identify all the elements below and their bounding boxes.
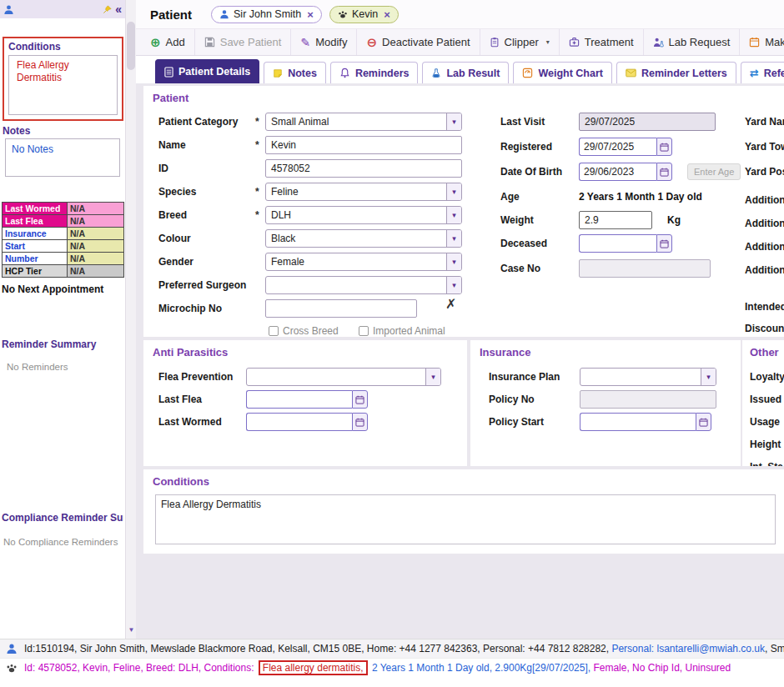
cross-breed-label: Cross Breed bbox=[283, 325, 339, 337]
last-wormed-date-field[interactable] bbox=[246, 413, 368, 431]
scrollbar-thumb[interactable] bbox=[127, 22, 135, 70]
tab-lab-result[interactable]: Lab Result bbox=[422, 62, 509, 83]
imported-animal-checkbox[interactable]: Imported Animal bbox=[359, 325, 445, 337]
modify-button[interactable]: ✎ Modify bbox=[291, 29, 357, 55]
lab-request-button[interactable]: Lab Request bbox=[644, 29, 741, 55]
colour-select[interactable]: Black ▾ bbox=[265, 229, 462, 248]
table-row: Number N/A bbox=[3, 253, 124, 265]
close-icon[interactable]: × bbox=[307, 8, 314, 21]
chevron-down-icon[interactable]: ▾ bbox=[446, 277, 461, 293]
cross-breed-checkbox[interactable]: Cross Breed bbox=[269, 325, 339, 337]
discount-label: Discount bbox=[745, 319, 784, 337]
status-segment-email[interactable]: Personal: lsantarelli@mwiah.co.uk bbox=[611, 643, 765, 654]
calendar-button[interactable] bbox=[656, 138, 672, 156]
tab-reminders[interactable]: Reminders bbox=[330, 62, 419, 83]
save-patient-button[interactable]: Save Patient bbox=[195, 29, 292, 55]
tab-label: Lab Result bbox=[446, 68, 500, 79]
gender-select[interactable]: Female ▾ bbox=[265, 253, 462, 271]
tab-label: Weight Chart bbox=[538, 68, 603, 79]
registered-label: Registered bbox=[500, 138, 552, 156]
modify-label: Modify bbox=[315, 36, 347, 48]
chevron-down-icon[interactable]: ▾ bbox=[446, 253, 461, 270]
referral-arrows-icon: ⇄ bbox=[750, 68, 759, 78]
page-title: Patient bbox=[150, 8, 192, 22]
species-select[interactable]: Feline ▾ bbox=[265, 183, 462, 201]
pin-icon[interactable] bbox=[103, 5, 112, 14]
status-segment: Female, No Chip Id, Uninsured bbox=[591, 662, 731, 674]
owner-status-bar: Id:1510194, Sir John Smith, Mewslade Bla… bbox=[0, 639, 784, 658]
required-marker: * bbox=[255, 136, 259, 154]
last-flea-label: Last Flea bbox=[158, 390, 202, 409]
weight-field[interactable]: 2.9 bbox=[579, 211, 652, 229]
usage-label: Usage bbox=[750, 413, 780, 431]
policy-start-value bbox=[580, 413, 696, 431]
clipper-button[interactable]: Clipper ▾ bbox=[480, 29, 560, 55]
imported-animal-label: Imported Animal bbox=[373, 325, 445, 337]
weight-label: Weight bbox=[500, 211, 534, 229]
calendar-button[interactable] bbox=[656, 234, 672, 253]
name-field[interactable]: Kevin bbox=[265, 136, 462, 154]
client-tag[interactable]: Sir John Smith × bbox=[211, 6, 322, 23]
chevron-down-icon[interactable]: ▾ bbox=[446, 207, 461, 223]
collapse-sidebar-icon[interactable]: « bbox=[115, 3, 122, 15]
tab-notes[interactable]: Notes bbox=[264, 62, 326, 83]
last-visit-label: Last Visit bbox=[500, 113, 545, 131]
tab-weight-chart[interactable]: Weight Chart bbox=[513, 62, 612, 83]
deceased-date-field[interactable] bbox=[579, 234, 672, 253]
breed-select[interactable]: DLH ▾ bbox=[265, 206, 462, 224]
patient-tag-label: Kevin bbox=[352, 8, 378, 20]
sidebar-scrollbar[interactable]: ▼ bbox=[125, 0, 136, 639]
lab-request-label: Lab Request bbox=[669, 36, 731, 48]
calendar-button[interactable] bbox=[696, 413, 711, 431]
chevron-down-icon[interactable]: ▾ bbox=[446, 113, 461, 130]
toolbar: ⊕ Add Save Patient ✎ Modify ⊖ Deactivate… bbox=[136, 28, 784, 56]
checkbox-icon[interactable] bbox=[269, 326, 279, 336]
chevron-down-icon[interactable]: ▾ bbox=[446, 230, 461, 247]
form-icon bbox=[164, 67, 173, 78]
conditions-textarea[interactable]: Flea Allergy Dermatitis bbox=[155, 494, 776, 544]
microchip-field[interactable] bbox=[265, 299, 417, 318]
checkbox-icon[interactable] bbox=[359, 326, 369, 336]
make-appointment-button[interactable]: Make Ap bbox=[740, 29, 784, 55]
flea-prevention-select[interactable]: ▾ bbox=[246, 368, 441, 386]
anti-parasitics-section: Anti Parasitics Flea Prevention ▾ Last F… bbox=[143, 340, 467, 466]
summary-label: Last Flea bbox=[3, 215, 68, 228]
registered-date-field[interactable]: 29/07/2025 bbox=[579, 138, 672, 156]
summary-label: Number bbox=[3, 253, 68, 265]
compliance-summary-value: No Compliance Reminders bbox=[3, 537, 118, 547]
calendar-button[interactable] bbox=[656, 163, 672, 181]
id-field[interactable]: 4578052 bbox=[265, 159, 462, 178]
patient-tag[interactable]: Kevin × bbox=[329, 6, 399, 23]
tab-referrals[interactable]: ⇄ Referr bbox=[741, 62, 784, 83]
paw-icon bbox=[338, 9, 348, 19]
insurance-plan-select[interactable]: ▾ bbox=[580, 368, 716, 386]
chevron-down-icon[interactable]: ▾ bbox=[701, 369, 716, 385]
deactivate-patient-button[interactable]: ⊖ Deactivate Patient bbox=[357, 29, 480, 55]
preferred-surgeon-select[interactable]: ▾ bbox=[265, 276, 462, 294]
summary-value: N/A bbox=[68, 240, 124, 253]
summary-value: N/A bbox=[68, 265, 124, 278]
patient-category-select[interactable]: Small Animal ▾ bbox=[265, 113, 462, 131]
add-button[interactable]: ⊕ Add bbox=[141, 29, 195, 55]
owner-status-text: Id:1510194, Sir John Smith, Mewslade Bla… bbox=[24, 643, 784, 654]
tab-patient-details[interactable]: Patient Details bbox=[155, 59, 259, 83]
patient-category-label: Patient Category bbox=[158, 113, 238, 131]
calendar-button[interactable] bbox=[352, 390, 368, 409]
last-flea-date-field[interactable] bbox=[246, 390, 368, 409]
reminder-summary-label: Reminder Summary bbox=[2, 338, 96, 350]
next-appointment-text: No Next Appointment bbox=[2, 283, 103, 295]
treatment-button[interactable]: Treatment bbox=[560, 29, 644, 55]
case-no-field[interactable] bbox=[579, 259, 711, 278]
summary-value: N/A bbox=[68, 215, 124, 228]
date-of-birth-field[interactable]: 29/06/2023 bbox=[579, 163, 672, 181]
table-row: Insurance N/A bbox=[3, 228, 124, 240]
policy-start-date-field[interactable] bbox=[580, 413, 711, 431]
policy-no-field[interactable] bbox=[580, 390, 716, 409]
chevron-down-icon[interactable]: ▾ bbox=[425, 369, 440, 385]
gender-label: Gender bbox=[158, 253, 193, 271]
enter-age-button[interactable]: Enter Age bbox=[687, 163, 741, 180]
tab-reminder-letters[interactable]: Reminder Letters bbox=[616, 62, 736, 83]
calendar-button[interactable] bbox=[352, 413, 368, 431]
chevron-down-icon[interactable]: ▾ bbox=[446, 183, 461, 200]
close-icon[interactable]: × bbox=[384, 8, 390, 21]
